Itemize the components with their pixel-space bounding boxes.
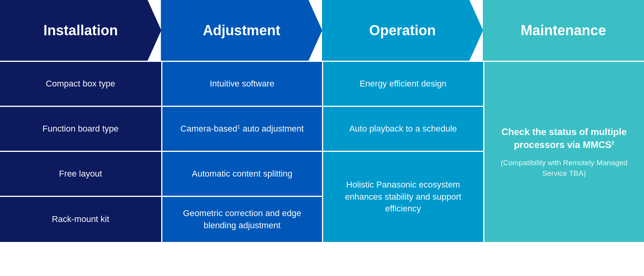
header-row: Installation Adjustment Operation Mainte…: [0, 0, 644, 61]
adjustment-row-1: Intuitive software: [161, 62, 322, 107]
operation-header-label: Operation: [369, 22, 436, 39]
installation-row-2: Function board type: [0, 107, 161, 152]
adjustment-row-3: Automatic content splitting: [161, 152, 322, 197]
operation-row-bottom: Holistic Panasonic ecosystem enhances st…: [322, 152, 483, 242]
adjustment-item-3: Automatic content splitting: [192, 168, 292, 180]
installation-row-3: Free layout: [0, 152, 161, 197]
adjustment-item-1: Intuitive software: [210, 78, 274, 90]
installation-item-1: Compact box type: [46, 78, 115, 90]
header-operation: Operation: [322, 0, 483, 61]
page-wrapper: Installation Adjustment Operation Mainte…: [0, 0, 644, 276]
operation-item-1: Energy efficient design: [360, 78, 446, 90]
adjustment-item-4: Geometric correction and edge blending a…: [172, 207, 313, 232]
header-maintenance: Maintenance: [483, 0, 644, 61]
installation-item-2: Function board type: [43, 123, 119, 135]
operation-row-1: Energy efficient design: [322, 62, 483, 107]
col-maintenance: Check the status of multiple processors …: [483, 62, 644, 242]
installation-row-4: Rack-mount kit: [0, 197, 161, 242]
header-adjustment: Adjustment: [161, 0, 322, 61]
col-adjustment: Intuitive software Camera-based1 auto ad…: [161, 62, 322, 242]
maintenance-sub-text: (Compatibility with Remotely Managed Ser…: [497, 158, 632, 179]
col-operation: Energy efficient design Auto playback to…: [322, 62, 483, 242]
maintenance-header-label: Maintenance: [521, 22, 606, 39]
operation-item-2: Auto playback to a schedule: [349, 123, 457, 135]
content-grid: Compact box type Function board type Fre…: [0, 61, 644, 242]
installation-item-3: Free layout: [59, 168, 102, 180]
adjustment-item-2: Camera-based1 auto adjustment: [180, 123, 304, 135]
maintenance-content: Check the status of multiple processors …: [497, 74, 632, 230]
operation-item-3: Holistic Panasonic ecosystem enhances st…: [333, 179, 474, 215]
maintenance-main-text: Check the status of multiple processors …: [497, 125, 632, 152]
adjustment-header-label: Adjustment: [203, 22, 280, 39]
col-installation: Compact box type Function board type Fre…: [0, 62, 161, 242]
installation-item-4: Rack-mount kit: [52, 213, 109, 225]
maintenance-cell: Check the status of multiple processors …: [483, 62, 644, 242]
operation-row-2: Auto playback to a schedule: [322, 107, 483, 152]
installation-row-1: Compact box type: [0, 62, 161, 107]
header-installation: Installation: [0, 0, 161, 61]
adjustment-row-4: Geometric correction and edge blending a…: [161, 197, 322, 242]
adjustment-row-2: Camera-based1 auto adjustment: [161, 107, 322, 152]
installation-header-label: Installation: [43, 22, 118, 39]
